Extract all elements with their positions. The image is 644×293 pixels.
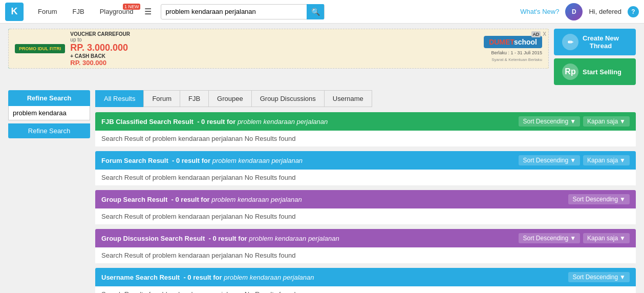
group-disc-result-title: Group Discussion Search Result - 0 resul… — [101, 235, 339, 242]
create-thread-button[interactable]: ✏ Create NewThread — [554, 29, 636, 55]
cashback-amount: RP. 300.000 — [70, 59, 130, 67]
cashback-label: + CASH BACK — [70, 53, 130, 59]
tab-groupee[interactable]: Groupee — [208, 90, 251, 107]
sidebar: Refine Search Refine Search — [8, 90, 90, 293]
search-button[interactable]: 🔍 — [307, 4, 324, 19]
sidebar-search-input[interactable] — [8, 106, 90, 120]
terms-text: Syarat & Ketentuan Berlaku — [491, 57, 542, 62]
tab-group-discussions[interactable]: Group Discussions — [251, 90, 324, 107]
create-thread-icon: ✏ — [562, 34, 578, 50]
forum-result-section: Forum Search Result - 0 result for probl… — [95, 151, 636, 186]
partner-logo: DUMETschool — [484, 36, 542, 48]
avatar[interactable]: D — [565, 3, 583, 20]
start-selling-button[interactable]: Rp Start Selling — [554, 58, 636, 85]
group-disc-result-section: Group Discussion Search Result - 0 resul… — [95, 229, 636, 264]
banner-amount: RP. 3.000.000 — [70, 43, 130, 53]
tab-forum[interactable]: Forum — [143, 90, 180, 107]
logo-text: K — [11, 6, 18, 17]
results-area: All Results Forum FJB Groupee Group Disc… — [95, 90, 636, 293]
up-to: up to — [70, 37, 130, 43]
create-thread-label: Create NewThread — [583, 34, 619, 50]
tab-username[interactable]: Username — [324, 90, 372, 107]
ad-badge: AD — [531, 31, 541, 37]
banner-area: PROMO IDUL FITRI VOUCHER CARREFOUR up to… — [0, 24, 644, 90]
validity-text: Berlaku : 1 - 31 Juli 2015 — [491, 50, 542, 55]
forum-result-body: Search Result of problem kendaraan perja… — [95, 170, 636, 186]
user-greeting: Hi, defered — [589, 8, 621, 15]
start-selling-label: Start Selling — [583, 68, 621, 76]
main-content: Refine Search Refine Search All Results … — [0, 90, 644, 293]
username-result-header: Username Search Result - 0 result for pr… — [95, 268, 636, 286]
pencil-icon: ✏ — [568, 38, 573, 46]
group-disc-result-header: Group Discussion Search Result - 0 resul… — [95, 229, 636, 247]
group-disc-filter-button[interactable]: Kapan saja ▼ — [583, 233, 630, 243]
fjb-result-title: FJB Classified Search Result - 0 result … — [101, 118, 328, 125]
banner-actions: ✏ Create NewThread Rp Start Selling — [554, 29, 636, 85]
fjb-result-body: Search Result of problem kendaraan perja… — [95, 131, 636, 147]
playground-badge: 1 NEW — [123, 4, 141, 10]
forum-result-meta: Sort Descending ▼ Kapan saja ▼ — [519, 155, 630, 165]
search-input[interactable] — [161, 8, 307, 15]
start-selling-icon: Rp — [562, 64, 578, 80]
group-sort-button[interactable]: Sort Descending ▼ — [568, 194, 630, 204]
nav-fjb[interactable]: FJB — [67, 5, 91, 18]
fjb-sort-button[interactable]: Sort Descending ▼ — [519, 116, 580, 127]
tabs: All Results Forum FJB Groupee Group Disc… — [95, 90, 636, 107]
logo[interactable]: K — [5, 3, 24, 21]
fjb-result-header: FJB Classified Search Result - 0 result … — [95, 112, 636, 131]
group-disc-sort-button[interactable]: Sort Descending ▼ — [519, 233, 580, 243]
group-result-section: Group Search Result - 0 result for probl… — [95, 190, 636, 225]
sidebar-header: Refine Search — [8, 90, 90, 106]
whats-new-link[interactable]: What's New? — [520, 8, 559, 15]
rp-icon: Rp — [565, 67, 575, 76]
fjb-result-section: FJB Classified Search Result - 0 result … — [95, 112, 636, 147]
banner-image: PROMO IDUL FITRI VOUCHER CARREFOUR up to… — [8, 29, 549, 69]
group-disc-result-body: Search Result of problem kendaraan perja… — [95, 247, 636, 264]
help-icon[interactable]: ? — [628, 6, 639, 17]
username-sort-button[interactable]: Sort Descending ▼ — [568, 272, 630, 282]
nav-right: What's New? D Hi, defered ? — [520, 3, 639, 20]
username-result-meta: Sort Descending ▼ — [568, 272, 630, 282]
tab-all-results[interactable]: All Results — [95, 90, 143, 107]
banner-content: PROMO IDUL FITRI VOUCHER CARREFOUR up to… — [8, 29, 549, 69]
voucher-label: VOUCHER CARREFOUR — [70, 31, 130, 37]
refine-search-button[interactable]: Refine Search — [8, 123, 90, 138]
navbar: K Forum FJB Playground 1 NEW ☰ 🔍 What's … — [0, 0, 644, 24]
forum-result-title: Forum Search Result - 0 result for probl… — [101, 157, 303, 164]
banner-close-icon[interactable]: X — [543, 31, 546, 37]
nav-forum[interactable]: Forum — [32, 5, 63, 18]
forum-sort-button[interactable]: Sort Descending ▼ — [519, 155, 580, 165]
group-result-meta: Sort Descending ▼ — [568, 194, 630, 204]
group-result-body: Search Result of problem kendaraan perja… — [95, 208, 636, 225]
fjb-filter-button[interactable]: Kapan saja ▼ — [583, 116, 630, 127]
username-result-body: Search Result of problem kendaraan perja… — [95, 286, 636, 293]
forum-filter-button[interactable]: Kapan saja ▼ — [583, 155, 630, 165]
nav-links: Forum FJB Playground 1 NEW — [32, 5, 139, 18]
group-result-header: Group Search Result - 0 result for probl… — [95, 190, 636, 208]
promo-label: PROMO IDUL FITRI — [19, 46, 61, 51]
search-bar: 🔍 — [161, 4, 325, 19]
group-result-title: Group Search Result - 0 result for probl… — [101, 196, 302, 203]
tab-fjb[interactable]: FJB — [180, 90, 208, 107]
group-disc-result-meta: Sort Descending ▼ Kapan saja ▼ — [519, 233, 630, 243]
fjb-result-meta: Sort Descending ▼ Kapan saja ▼ — [519, 116, 630, 127]
username-result-title: Username Search Result - 0 result for pr… — [101, 274, 314, 281]
forum-result-header: Forum Search Result - 0 result for probl… — [95, 151, 636, 170]
nav-playground[interactable]: Playground 1 NEW — [94, 5, 140, 18]
hamburger-icon[interactable]: ☰ — [139, 4, 157, 19]
username-result-section: Username Search Result - 0 result for pr… — [95, 268, 636, 293]
